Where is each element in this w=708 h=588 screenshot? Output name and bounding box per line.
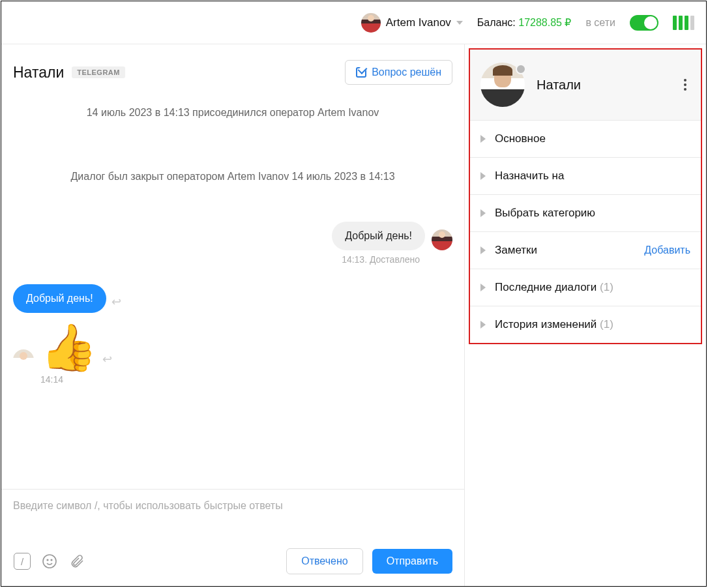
paperclip-icon [69, 553, 85, 569]
check-square-icon [356, 67, 366, 78]
channel-badge: TELEGRAM [72, 66, 125, 78]
slash-icon: / [14, 553, 31, 570]
status-dot-icon [516, 64, 526, 74]
balance-block: Баланс: 17288.85 ₽ [477, 16, 572, 29]
smile-icon [42, 553, 57, 569]
balance-value: 17288.85 ₽ [518, 17, 571, 28]
user-menu[interactable]: Artem Ivanov [361, 13, 463, 33]
contact-panel: Натали Основное Назначить на Выбрать кат… [465, 44, 706, 586]
chat-title: Натали [13, 64, 64, 81]
online-label: в сети [585, 17, 615, 29]
section-count: (1) [600, 281, 613, 293]
message-incoming: Добрый день! ↩ [13, 284, 452, 313]
section-label: Назначить на [495, 169, 690, 183]
chat-panel: Натали TELEGRAM Вопрос решён 14 июль 202… [1, 44, 465, 586]
system-message: 14 июль 2023 в 14:13 присоединился опера… [13, 107, 452, 119]
system-message: Диалог был закрыт оператором Artem Ivano… [13, 171, 452, 183]
triangle-right-icon [480, 135, 486, 143]
app-header: Artem Ivanov Баланс: 17288.85 ₽ в сети [1, 1, 706, 44]
chevron-down-icon [456, 21, 463, 25]
triangle-right-icon [480, 284, 486, 291]
contact-name: Натали [537, 78, 668, 93]
section-label: Заметки [495, 244, 635, 257]
attachment-button[interactable] [68, 552, 86, 570]
section-notes[interactable]: Заметки Добавить [470, 232, 701, 269]
operator-avatar-icon [432, 229, 452, 250]
svg-point-2 [51, 559, 52, 561]
add-note-link[interactable]: Добавить [644, 244, 690, 256]
signal-bars-icon [673, 16, 694, 30]
triangle-right-icon [480, 246, 486, 254]
section-label: Основное [495, 132, 690, 145]
reply-icon[interactable]: ↩ [111, 295, 121, 309]
section-count: (1) [600, 318, 613, 331]
message-list[interactable]: 14 июль 2023 в 14:13 присоединился опера… [1, 90, 464, 489]
message-bubble: Добрый день! [13, 284, 106, 313]
more-menu-button[interactable] [680, 75, 690, 95]
message-meta: 14:13. Доставлено [13, 254, 420, 265]
user-name: Artem Ivanov [386, 16, 451, 29]
section-assign[interactable]: Назначить на [470, 158, 701, 195]
contact-header: Натали [470, 50, 701, 121]
message-input[interactable]: Введите символ /, чтобы использовать быс… [13, 500, 452, 539]
triangle-right-icon [480, 321, 486, 329]
section-label: Последние диалоги (1) [495, 281, 690, 294]
message-bubble: Добрый день! [332, 222, 425, 250]
section-label: История изменений (1) [495, 318, 690, 331]
emoji-thumbs-up-icon: 👍 [40, 325, 97, 370]
section-category[interactable]: Выбрать категорию [470, 195, 701, 232]
contact-avatar [480, 63, 525, 107]
balance-label: Баланс: [477, 17, 516, 28]
triangle-right-icon [480, 209, 486, 217]
section-recent-dialogs[interactable]: Последние диалоги (1) [470, 269, 701, 306]
resolved-button[interactable]: Вопрос решён [345, 60, 452, 85]
message-meta: 14:14 [40, 374, 452, 385]
svg-point-0 [43, 555, 56, 568]
reply-icon[interactable]: ↩ [102, 352, 112, 366]
online-toggle[interactable] [630, 15, 658, 31]
message-outgoing: Добрый день! [13, 222, 452, 250]
contact-avatar-icon [13, 349, 34, 370]
section-label: Выбрать категорию [495, 207, 690, 220]
section-main[interactable]: Основное [470, 121, 701, 158]
svg-point-1 [47, 559, 48, 561]
user-avatar-icon [361, 13, 381, 33]
message-incoming: 👍 ↩ [13, 325, 452, 370]
answered-button[interactable]: Отвечено [286, 548, 362, 574]
send-button[interactable]: Отправить [372, 549, 452, 574]
chat-header: Натали TELEGRAM Вопрос решён [1, 44, 464, 90]
section-change-history[interactable]: История изменений (1) [470, 306, 701, 343]
triangle-right-icon [480, 172, 486, 180]
resolved-button-label: Вопрос решён [372, 66, 441, 78]
composer: Введите символ /, чтобы использовать быс… [1, 489, 464, 586]
slash-command-button[interactable]: / [13, 552, 31, 570]
emoji-button[interactable] [40, 552, 59, 570]
